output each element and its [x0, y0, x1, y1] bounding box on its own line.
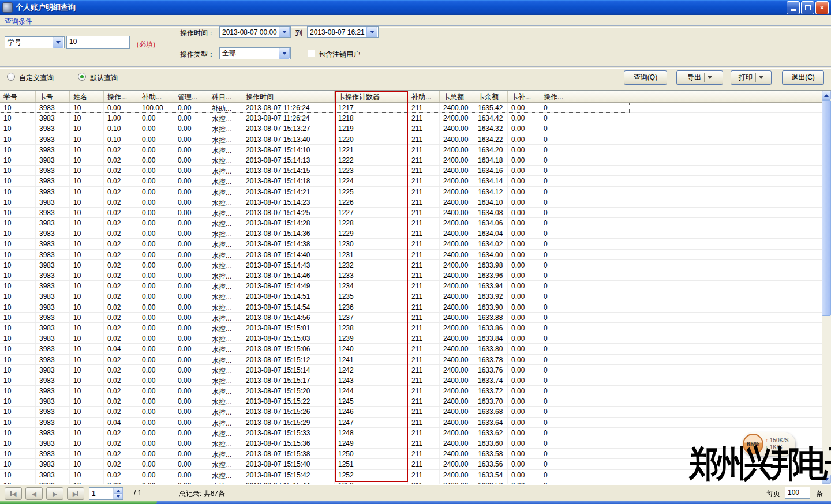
table-cell[interactable]: 10 [0, 459, 36, 469]
table-row[interactable]: 103983100.020.000.00水控...2013-08-07 15:1… [0, 239, 831, 249]
table-cell[interactable]: 2400.00 [440, 239, 474, 249]
table-cell[interactable]: 0.00 [508, 470, 540, 480]
table-cell[interactable]: 10 [0, 333, 36, 343]
table-cell[interactable]: 2013-08-07 15:14:51 [242, 291, 335, 301]
table-cell[interactable]: 水控... [208, 291, 242, 301]
table-cell[interactable]: 1634.22 [474, 134, 508, 144]
type-select[interactable]: 全部 [219, 47, 291, 59]
table-cell[interactable]: 10 [70, 270, 104, 280]
table-cell[interactable]: 0.00 [174, 228, 208, 238]
table-cell[interactable]: 0.00 [174, 386, 208, 396]
scrollbar-thumb[interactable] [822, 100, 831, 316]
table-cell[interactable]: 1217 [335, 103, 408, 112]
table-cell[interactable]: 0.02 [104, 407, 138, 416]
table-cell[interactable]: 10 [0, 375, 36, 385]
table-row[interactable]: 103983100.020.000.00水控...2013-08-07 15:1… [0, 355, 831, 365]
table-cell[interactable]: 3983 [36, 250, 70, 259]
table-cell[interactable]: 10 [0, 166, 36, 175]
table-cell[interactable]: 0 [540, 344, 577, 353]
table-cell[interactable]: 211 [408, 291, 440, 301]
table-cell[interactable]: 211 [408, 459, 440, 469]
table-row[interactable]: 103983100.00100.000.00补助...2013-08-07 11… [0, 103, 831, 113]
table-cell[interactable]: 0.00 [174, 313, 208, 322]
table-cell[interactable]: 1221 [335, 145, 408, 155]
table-row[interactable]: 103983100.020.000.00水控...2013-08-07 15:1… [0, 166, 831, 176]
table-cell[interactable]: 3983 [36, 407, 70, 416]
table-cell[interactable]: 211 [408, 103, 440, 112]
table-cell[interactable]: 0.02 [104, 396, 138, 406]
table-cell[interactable]: 10 [0, 418, 36, 427]
table-cell[interactable]: 水控... [208, 187, 242, 197]
table-cell[interactable]: 0.00 [104, 103, 138, 112]
table-cell[interactable]: 0.00 [174, 197, 208, 207]
table-cell[interactable]: 0 [540, 155, 577, 165]
table-cell[interactable]: 10 [0, 208, 36, 217]
table-cell[interactable]: 0.02 [104, 250, 138, 259]
table-cell[interactable]: 0.00 [508, 323, 540, 333]
table-row[interactable]: 103983100.020.000.00水控...2013-08-07 15:1… [0, 155, 831, 166]
table-cell[interactable]: 0 [540, 197, 577, 207]
table-cell[interactable]: 0.00 [138, 365, 174, 375]
table-cell[interactable]: 2013-08-07 15:15:26 [242, 407, 335, 416]
table-cell[interactable]: 10 [70, 260, 104, 270]
table-cell[interactable]: 10 [70, 228, 104, 238]
table-cell[interactable]: 3983 [36, 281, 70, 291]
header-cell[interactable]: 卡操作计数器 [335, 91, 408, 102]
table-cell[interactable]: 0 [540, 386, 577, 396]
table-cell[interactable]: 0.00 [174, 480, 208, 484]
table-cell[interactable]: 1248 [335, 428, 408, 438]
table-cell[interactable]: 0.02 [104, 480, 138, 484]
header-cell[interactable]: 卡余额 [474, 91, 508, 102]
table-cell[interactable]: 0 [540, 291, 577, 301]
table-cell[interactable]: 3983 [36, 355, 70, 364]
table-cell[interactable]: 水控... [208, 145, 242, 155]
table-cell[interactable]: 0.00 [508, 396, 540, 406]
table-cell[interactable]: 1634.18 [474, 155, 508, 165]
table-cell[interactable]: 水控... [208, 344, 242, 353]
table-cell[interactable]: 0.00 [508, 134, 540, 144]
vertical-scrollbar[interactable] [822, 91, 831, 484]
table-cell[interactable]: 0.02 [104, 313, 138, 322]
table-cell[interactable]: 0.04 [104, 344, 138, 353]
table-cell[interactable]: 0.02 [104, 228, 138, 238]
table-cell[interactable]: 1229 [335, 228, 408, 238]
table-cell[interactable]: 3983 [36, 333, 70, 343]
table-row[interactable]: 103983100.020.000.00水控...2013-08-07 15:1… [0, 323, 831, 333]
radio-custom-query[interactable] [7, 73, 15, 81]
table-cell[interactable]: 10 [70, 281, 104, 291]
table-cell[interactable]: 0.00 [138, 197, 174, 207]
table-cell[interactable]: 2013-08-07 15:14:23 [242, 197, 335, 207]
table-cell[interactable]: 10 [0, 145, 36, 155]
table-cell[interactable]: 211 [408, 166, 440, 175]
table-cell[interactable]: 1252 [335, 470, 408, 480]
table-row[interactable]: 103983101.000.000.00水控...2013-08-07 11:2… [0, 113, 831, 123]
table-cell[interactable]: 3983 [36, 291, 70, 301]
exit-button[interactable]: 退出(C) [782, 70, 824, 85]
table-cell[interactable]: 0.00 [138, 239, 174, 249]
header-cell[interactable]: 补助... [138, 91, 174, 102]
table-cell[interactable]: 0.00 [508, 302, 540, 312]
table-cell[interactable]: 水控... [208, 365, 242, 375]
table-cell[interactable]: 10 [70, 239, 104, 249]
table-cell[interactable]: 1634.20 [474, 145, 508, 155]
table-cell[interactable]: 10 [70, 166, 104, 175]
table-cell[interactable]: 1634.00 [474, 250, 508, 259]
table-cell[interactable]: 0 [540, 145, 577, 155]
table-cell[interactable]: 0.00 [508, 291, 540, 301]
table-cell[interactable]: 1243 [335, 375, 408, 385]
table-cell[interactable]: 1633.86 [474, 323, 508, 333]
table-cell[interactable]: 10 [70, 291, 104, 301]
table-cell[interactable]: 211 [408, 260, 440, 270]
table-cell[interactable]: 211 [408, 250, 440, 259]
per-page-input[interactable]: 100 [785, 487, 810, 499]
table-cell[interactable]: 2013-08-07 15:15:42 [242, 470, 335, 480]
table-cell[interactable]: 0.00 [508, 176, 540, 186]
table-cell[interactable]: 2013-08-07 15:13:27 [242, 123, 335, 133]
table-cell[interactable]: 水控... [208, 470, 242, 480]
header-cell[interactable]: 卡总额 [440, 91, 474, 102]
table-cell[interactable]: 211 [408, 344, 440, 353]
table-cell[interactable]: 1232 [335, 260, 408, 270]
table-cell[interactable]: 211 [408, 270, 440, 280]
table-cell[interactable]: 2400.00 [440, 270, 474, 280]
table-cell[interactable]: 1231 [335, 250, 408, 259]
